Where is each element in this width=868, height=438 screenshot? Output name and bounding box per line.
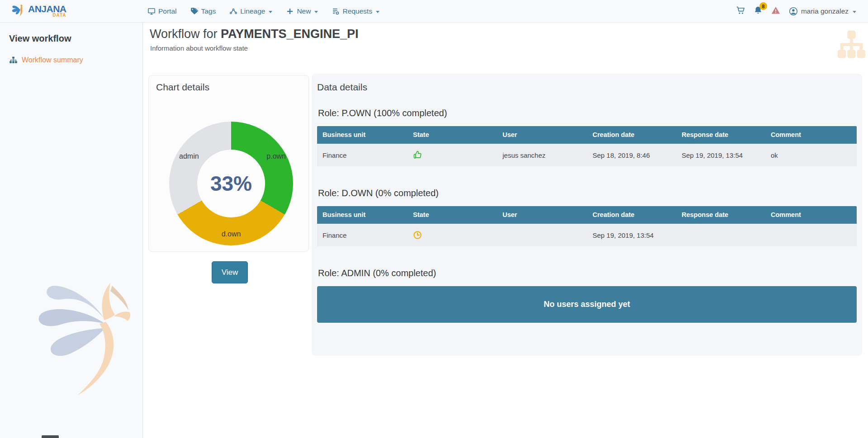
cell-response-date: [676, 224, 765, 246]
col-user: User: [497, 206, 587, 224]
col-business-unit: Business unit: [317, 206, 408, 224]
col-state: State: [408, 206, 497, 224]
nav-new[interactable]: New: [286, 7, 318, 15]
role-heading-admin: Role: ADMIN (0% completed): [318, 267, 857, 279]
nav-tags-label: Tags: [201, 7, 216, 15]
clock-icon: [413, 231, 422, 240]
role-heading-down: Role: D.OWN (0% completed): [318, 187, 857, 199]
anjana-fairy-watermark: [33, 277, 135, 402]
chart-details-card: Chart details admin p.own d.own 33%: [148, 75, 309, 252]
main-menu: Portal Tags Lineage New Requests: [147, 0, 379, 23]
cell-comment: [765, 224, 857, 246]
col-response-date: Response date: [676, 126, 765, 144]
table-row: Finance Sep 19, 2019, 13:54: [317, 224, 857, 246]
donut-chart: admin p.own d.own 33%: [169, 122, 293, 245]
chevron-down-icon: [314, 11, 318, 13]
col-business-unit: Business unit: [317, 126, 408, 144]
donut-center-label: 33%: [169, 122, 293, 245]
role-heading-pown: Role: P.OWN (100% completed): [318, 107, 857, 119]
cell-business-unit: Finance: [317, 224, 408, 246]
sidebar-item-workflow-summary[interactable]: Workflow summary: [0, 44, 142, 64]
user-menu[interactable]: maria gonzalez: [789, 7, 856, 16]
col-creation-date: Creation date: [587, 206, 676, 224]
workflow-diagram-icon: [837, 30, 865, 60]
data-panel-title: Data details: [317, 81, 857, 94]
chevron-down-icon: [269, 11, 272, 13]
brand-sub: DATA: [52, 13, 66, 18]
page-title: Workflow for PAYMENTS_ENGINE_PI: [150, 27, 359, 41]
no-users-banner: No users assigned yet: [317, 286, 857, 323]
chart-card-title: Chart details: [156, 82, 209, 93]
col-response-date: Response date: [676, 206, 765, 224]
cell-creation-date: Sep 19, 2019, 13:54: [587, 224, 676, 246]
sidebar-item-label: Workflow summary: [22, 56, 83, 64]
nav-new-label: New: [297, 7, 311, 15]
brand-logo[interactable]: ANJANA DATA: [11, 3, 66, 19]
notifications-badge: 8: [759, 2, 767, 10]
page-subtitle: Information about workflow state: [150, 44, 248, 52]
anjana-fairy-logo-icon: [11, 3, 26, 19]
notifications-button[interactable]: 8: [754, 6, 763, 17]
cell-creation-date: Sep 18, 2019, 8:46: [587, 144, 676, 166]
chevron-down-icon: [376, 11, 379, 13]
data-details-panel: Data details Role: P.OWN (100% completed…: [312, 74, 862, 356]
nav-tags[interactable]: Tags: [190, 7, 216, 15]
monitor-icon: [147, 7, 156, 15]
cell-business-unit: Finance: [317, 144, 408, 166]
warning-triangle-icon: [771, 6, 780, 15]
brand-name: ANJANA: [28, 4, 66, 14]
thumbs-up-icon: [413, 151, 422, 160]
main-content: Workflow for PAYMENTS_ENGINE_PI Informat…: [143, 23, 868, 438]
nav-portal[interactable]: Portal: [147, 7, 177, 15]
sitemap-icon: [9, 56, 18, 64]
col-state: State: [408, 126, 497, 144]
cart-button[interactable]: [736, 6, 745, 17]
navbar-right: 8 maria gonzalez: [736, 0, 856, 23]
cell-response-date: Sep 19, 2019, 13:54: [676, 144, 765, 166]
plus-icon: [286, 7, 294, 15]
status-tooltip: [42, 435, 59, 438]
table-header-row: Business unit State User Creation date R…: [317, 126, 857, 144]
sidebar-title: View workflow: [0, 23, 142, 44]
nav-requests-label: Requests: [342, 7, 372, 15]
nav-requests[interactable]: Requests: [332, 7, 379, 15]
role-table-pown: Business unit State User Creation date R…: [317, 126, 857, 166]
alerts-button[interactable]: [771, 6, 780, 17]
nav-lineage-label: Lineage: [240, 7, 265, 15]
table-row: Finance jesus sanchez Sep 18, 2019, 8:46…: [317, 144, 857, 166]
cell-user: [497, 224, 587, 246]
top-navbar: ANJANA DATA Portal Tags Lineage New Requ…: [0, 0, 868, 23]
chevron-down-icon: [853, 11, 856, 13]
table-header-row: Business unit State User Creation date R…: [317, 206, 857, 224]
requests-icon: [332, 7, 340, 15]
tags-icon: [190, 7, 199, 15]
cell-comment: ok: [765, 144, 857, 166]
cart-icon: [736, 6, 745, 15]
user-avatar-icon: [789, 7, 798, 16]
col-creation-date: Creation date: [587, 126, 676, 144]
view-button[interactable]: View: [212, 261, 248, 283]
col-comment: Comment: [765, 126, 857, 144]
col-user: User: [497, 126, 587, 144]
entity-name: PAYMENTS_ENGINE_PI: [221, 27, 359, 41]
lineage-icon: [229, 7, 237, 15]
nav-portal-label: Portal: [158, 7, 177, 15]
cell-state: [408, 144, 497, 166]
cell-state: [408, 224, 497, 246]
left-sidebar: View workflow Workflow summary: [0, 23, 143, 438]
cell-user: jesus sanchez: [497, 144, 587, 166]
role-table-down: Business unit State User Creation date R…: [317, 206, 857, 246]
user-name: maria gonzalez: [801, 7, 849, 15]
col-comment: Comment: [765, 206, 857, 224]
nav-lineage[interactable]: Lineage: [229, 7, 272, 15]
